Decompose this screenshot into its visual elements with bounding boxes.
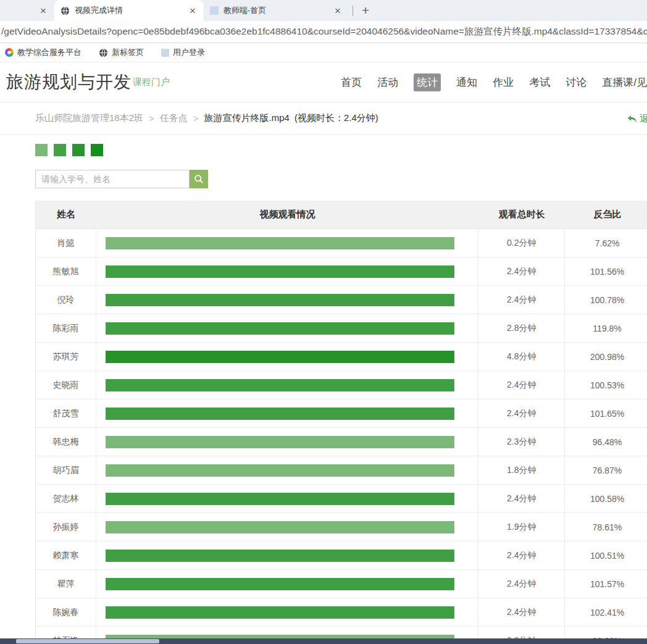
rumination-ratio: 76.87% bbox=[565, 456, 647, 484]
nav-item-link[interactable]: 直播课/见 bbox=[602, 75, 647, 90]
rumination-ratio: 100.78% bbox=[565, 286, 647, 314]
course-nav: 首页活动统计通知作业考试讨论直播课/见 bbox=[341, 73, 647, 91]
tab-title: 视频完成详情 bbox=[75, 5, 183, 16]
new-tab-button[interactable]: + bbox=[353, 3, 378, 18]
legend-swatch bbox=[35, 144, 48, 156]
watch-bar-cell bbox=[96, 428, 478, 456]
watch-bar-cell bbox=[96, 286, 478, 314]
watch-progress-bar bbox=[106, 266, 454, 278]
favicon-square-icon bbox=[161, 49, 169, 57]
bookmark-label: 用户登录 bbox=[173, 47, 205, 58]
bookmark-item[interactable]: 教学综合服务平台 bbox=[5, 47, 81, 58]
tab-close-icon[interactable]: × bbox=[333, 6, 343, 16]
table-row: 赖萧寒2.4分钟100.51% bbox=[36, 542, 647, 570]
back-label: 返回 bbox=[640, 113, 647, 125]
bookmarks-bar: 教学综合服务平台新标签页用户登录 bbox=[0, 43, 647, 62]
legend-swatch bbox=[54, 144, 66, 156]
back-arrow-icon bbox=[627, 115, 637, 123]
nav-item-link[interactable]: 讨论 bbox=[566, 75, 586, 90]
tab-close-icon[interactable]: × bbox=[188, 6, 198, 16]
watch-bar-cell bbox=[96, 371, 478, 399]
tab-close-icon[interactable]: × bbox=[38, 6, 48, 16]
rumination-ratio: 101.56% bbox=[565, 257, 647, 285]
watch-duration: 2.4分钟 bbox=[478, 371, 565, 399]
rumination-ratio: 7.62% bbox=[565, 229, 647, 257]
breadcrumb-video-name: 旅游宣传片终版.mp4 bbox=[204, 112, 290, 124]
nav-item-link[interactable]: 活动 bbox=[377, 75, 398, 90]
student-name: 陈婉春 bbox=[36, 598, 96, 626]
back-link[interactable]: 返回 bbox=[627, 113, 647, 125]
nav-item-link[interactable]: 作业 bbox=[493, 75, 514, 90]
table-row: 孙振婷1.9分钟78.61% bbox=[36, 513, 647, 542]
nav-item-active[interactable]: 统计 bbox=[414, 73, 441, 91]
watch-progress-bar bbox=[106, 294, 454, 306]
table-header-row: 姓名视频观看情况观看总时长反刍比 bbox=[36, 201, 647, 229]
column-header: 视频观看情况 bbox=[96, 201, 478, 228]
breadcrumb-separator: > bbox=[193, 113, 199, 123]
rumination-ratio: 119.8% bbox=[565, 314, 647, 342]
search-input[interactable] bbox=[35, 170, 190, 188]
watch-duration: 1.8分钟 bbox=[478, 456, 565, 484]
course-header: 旅游规划与开发 课程门户 首页活动统计通知作业考试讨论直播课/见 bbox=[0, 62, 647, 102]
student-name: 倪玲 bbox=[36, 286, 96, 314]
table-row: 胡巧眉1.8分钟76.87% bbox=[36, 456, 647, 485]
rumination-ratio: 102.41% bbox=[565, 598, 647, 626]
watch-progress-bar bbox=[106, 521, 454, 533]
watch-bar-cell bbox=[96, 485, 478, 512]
nav-item-link[interactable]: 考试 bbox=[529, 75, 550, 90]
student-name: 舒茂雪 bbox=[36, 399, 96, 427]
breadcrumb-class[interactable]: 乐山师院旅游管理18本2班 bbox=[35, 112, 143, 124]
nav-item-link[interactable]: 首页 bbox=[341, 75, 362, 90]
rumination-ratio: 78.61% bbox=[565, 513, 647, 541]
student-name: 史晓雨 bbox=[36, 371, 96, 399]
table-row: 舒茂雪2.4分钟101.65% bbox=[36, 399, 647, 428]
watch-duration: 2.3分钟 bbox=[478, 428, 565, 456]
browser-tab[interactable]: 教师端-首页× bbox=[204, 0, 349, 21]
table-row: 苏琪芳4.8分钟200.98% bbox=[36, 343, 647, 371]
watch-progress-bar bbox=[106, 606, 454, 619]
search-icon bbox=[194, 174, 204, 184]
table-row: 陈彩雨2.8分钟119.8% bbox=[36, 314, 647, 343]
watch-progress-bar bbox=[106, 237, 454, 249]
watch-progress-bar bbox=[106, 550, 454, 562]
table-row: 史晓雨2.4分钟100.53% bbox=[36, 371, 647, 399]
course-subtitle: 课程门户 bbox=[133, 77, 170, 88]
bookmark-item[interactable]: 新标签页 bbox=[99, 47, 144, 58]
rumination-ratio: 200.98% bbox=[565, 343, 647, 370]
favicon-square-icon bbox=[210, 6, 219, 15]
watch-progress-bar bbox=[106, 464, 454, 477]
url-bar[interactable]: /getVideoAnalysisDetails?openc=0e85bdebf… bbox=[0, 21, 647, 43]
horizontal-scrollbar-thumb[interactable] bbox=[16, 639, 159, 643]
course-title: 旅游规划与开发 bbox=[6, 70, 131, 94]
window-bottom-edge bbox=[0, 638, 647, 644]
rumination-ratio: 101.65% bbox=[565, 399, 647, 427]
bookmark-item[interactable]: 用户登录 bbox=[161, 47, 205, 58]
watch-duration: 1.9分钟 bbox=[478, 513, 565, 541]
watch-progress-bar bbox=[106, 351, 454, 363]
column-header: 姓名 bbox=[36, 201, 96, 228]
legend-swatch bbox=[72, 144, 85, 156]
watch-progress-bar bbox=[106, 578, 454, 590]
tab-title: 教师端-首页 bbox=[223, 5, 328, 16]
browser-tab[interactable]: 视频完成详情× bbox=[54, 0, 204, 21]
url-text: /getVideoAnalysisDetails?openc=0e85bdebf… bbox=[1, 25, 647, 38]
nav-item-link[interactable]: 通知 bbox=[456, 75, 477, 90]
breadcrumb-taskpoint[interactable]: 任务点 bbox=[160, 112, 188, 124]
search-button[interactable] bbox=[190, 170, 208, 188]
table-row: 熊敏旭2.4分钟101.56% bbox=[36, 257, 647, 286]
student-name: 肖懿 bbox=[36, 229, 96, 257]
student-name: 胡巧眉 bbox=[36, 456, 96, 484]
watch-bar-cell bbox=[96, 570, 478, 598]
column-header: 观看总时长 bbox=[478, 201, 565, 228]
bookmark-label: 教学综合服务平台 bbox=[17, 47, 81, 58]
watch-duration: 2.4分钟 bbox=[478, 570, 565, 598]
watch-bar-cell bbox=[96, 399, 478, 427]
browser-tab[interactable]: × bbox=[0, 0, 54, 21]
watch-duration: 2.4分钟 bbox=[478, 542, 565, 569]
rumination-ratio: 96.48% bbox=[565, 428, 647, 456]
table-row: 肖懿0.2分钟7.62% bbox=[36, 229, 647, 257]
video-watch-table: 姓名视频观看情况观看总时长反刍比 肖懿0.2分钟7.62%熊敏旭2.4分钟101… bbox=[35, 201, 647, 644]
watch-duration: 2.4分钟 bbox=[478, 257, 565, 285]
watch-bar-cell bbox=[96, 229, 478, 257]
watch-duration: 4.8分钟 bbox=[478, 343, 565, 370]
